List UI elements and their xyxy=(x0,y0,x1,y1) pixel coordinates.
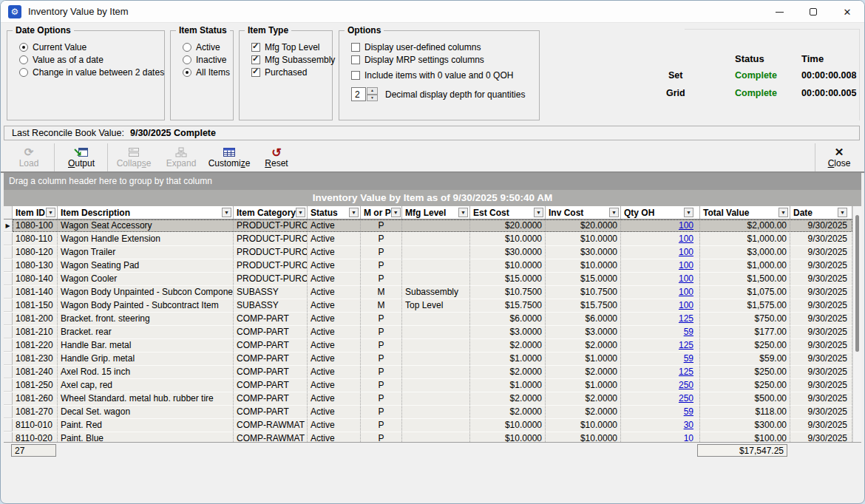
qty-oh-link[interactable]: 250 xyxy=(679,380,693,390)
qty-oh-link[interactable]: 125 xyxy=(679,340,693,350)
column-header-mfg[interactable]: Mfg Level▼ xyxy=(402,206,470,219)
qty-oh-link[interactable]: 125 xyxy=(679,367,693,377)
spin-up-button[interactable]: ▲ xyxy=(367,87,378,95)
column-header-status[interactable]: Status▼ xyxy=(308,206,361,219)
group-by-bar[interactable]: Drag a column header here to group by th… xyxy=(4,173,861,190)
checkbox-mfg-top-level[interactable]: ✓ Mfg Top Level xyxy=(251,41,332,52)
qty-oh-link[interactable]: 250 xyxy=(679,393,693,403)
table-row[interactable]: 1081-250Axel cap, redCOMP-PARTActiveP$1.… xyxy=(4,379,852,392)
qty-oh-link[interactable]: 100 xyxy=(679,300,693,310)
radio-current-value[interactable]: Current Value xyxy=(19,41,164,52)
group-title: Item Status xyxy=(176,25,230,35)
checkbox-include-zero-items[interactable]: Include items with 0 value and 0 QOH xyxy=(351,69,539,81)
cell-mfg xyxy=(402,419,470,432)
qty-oh-link[interactable]: 59 xyxy=(684,353,693,364)
column-filter-dropdown-icon[interactable]: ▼ xyxy=(296,208,305,217)
load-button[interactable]: ⟳ Load xyxy=(7,144,51,171)
qty-oh-link[interactable]: 59 xyxy=(684,327,693,337)
column-header-mp[interactable]: M or P▼ xyxy=(361,206,402,219)
checkbox-user-defined-columns[interactable]: Display user-defined columns xyxy=(351,41,539,52)
group-title: Options xyxy=(345,25,384,35)
decimal-depth-input[interactable]: 2 xyxy=(351,87,366,101)
qty-oh-link[interactable]: 10 xyxy=(684,433,693,442)
spin-down-button[interactable]: ▼ xyxy=(367,95,378,102)
output-button[interactable]: Output xyxy=(58,144,104,171)
row-indicator xyxy=(4,246,13,259)
qty-oh-link[interactable]: 100 xyxy=(679,260,693,270)
qty-oh-link[interactable]: 100 xyxy=(679,220,693,231)
close-button[interactable]: ✕ Close xyxy=(818,144,860,171)
column-filter-dropdown-icon[interactable]: ▼ xyxy=(684,208,693,217)
column-filter-dropdown-icon[interactable]: ▼ xyxy=(222,208,231,217)
column-filter-dropdown-icon[interactable]: ▼ xyxy=(778,208,788,217)
qty-oh-link[interactable]: 100 xyxy=(679,287,693,297)
customize-button[interactable]: Customize xyxy=(206,144,253,171)
radio-all-items[interactable]: All Items xyxy=(183,67,233,78)
grid-title: Inventory Value by Item as of 9/30/2025 … xyxy=(4,190,861,206)
qty-oh-link[interactable]: 30 xyxy=(684,420,693,430)
table-row[interactable]: 1080-130Wagon Seating PadPRODUCT-PURCHAc… xyxy=(4,259,852,273)
radio-inactive[interactable]: Inactive xyxy=(183,54,233,65)
cell-inv: $10.0000 xyxy=(546,432,621,442)
qty-oh-link[interactable]: 100 xyxy=(679,273,693,284)
qty-oh-link[interactable]: 59 xyxy=(684,406,693,417)
column-filter-dropdown-icon[interactable]: ▼ xyxy=(391,208,401,217)
reset-button[interactable]: ↺ Reset xyxy=(256,144,297,171)
table-row[interactable]: ▶1080-100Wagon Seat AccessoryPRODUCT-PUR… xyxy=(4,219,852,233)
table-row[interactable]: 1081-240Axel Rod. 15 inchCOMP-PARTActive… xyxy=(4,366,852,379)
column-header-desc[interactable]: Item Description▼ xyxy=(58,206,234,219)
cell-cat: SUBASSY xyxy=(234,286,308,299)
cell-total: $250.00 xyxy=(700,339,790,352)
vertical-scrollbar[interactable] xyxy=(852,206,861,442)
table-row[interactable]: 1081-260Wheel Standard. metal hub. rubbe… xyxy=(4,392,852,406)
radio-value-as-of-date[interactable]: Value as of a date xyxy=(19,54,164,65)
column-filter-dropdown-icon[interactable]: ▼ xyxy=(534,208,543,217)
qty-oh-link[interactable]: 100 xyxy=(679,247,693,257)
column-filter-dropdown-icon[interactable]: ▼ xyxy=(609,208,619,217)
current-row-marker: ▶ xyxy=(4,219,13,232)
checkbox-mrp-settings-columns[interactable]: Display MRP settings columns xyxy=(351,54,539,65)
qty-oh-link[interactable]: 125 xyxy=(679,313,693,324)
column-header-inv[interactable]: Inv Cost▼ xyxy=(546,206,621,219)
close-window-button[interactable]: ✕ xyxy=(830,1,864,23)
column-filter-dropdown-icon[interactable]: ▼ xyxy=(349,208,359,217)
table-row[interactable]: 1081-150Wagon Body Painted - Subcontract… xyxy=(4,299,852,313)
cell-est: $2.0000 xyxy=(470,339,546,352)
radio-label: Current Value xyxy=(33,42,86,52)
table-row[interactable]: 1081-210Bracket. rearCOMP-PARTActiveP$3.… xyxy=(4,326,852,339)
cell-mfg xyxy=(402,339,470,352)
table-row[interactable]: 1081-140Wagon Body Unpainted - Subcon Co… xyxy=(4,286,852,299)
column-header-total[interactable]: Total Value▼ xyxy=(700,206,790,219)
cell-total: $250.00 xyxy=(700,366,790,378)
minimize-button[interactable] xyxy=(762,1,796,23)
expand-button[interactable]: Expand xyxy=(158,144,204,171)
column-filter-dropdown-icon[interactable]: ▼ xyxy=(838,208,847,217)
radio-change-between-dates[interactable]: Change in value between 2 dates xyxy=(19,67,164,78)
table-row[interactable]: 1081-230Handle Grip. metalCOMP-PARTActiv… xyxy=(4,353,852,366)
collapse-button[interactable]: Collapse xyxy=(111,144,157,171)
radio-icon xyxy=(183,43,191,52)
column-filter-dropdown-icon[interactable]: ▼ xyxy=(458,208,468,217)
table-row[interactable]: 1080-140Wagon CoolerPRODUCT-PURCHActiveP… xyxy=(4,273,852,286)
row-indicator xyxy=(4,392,13,405)
table-row[interactable]: 1080-110Wagon Handle ExtensionPRODUCT-PU… xyxy=(4,233,852,246)
checkbox-purchased[interactable]: ✓ Purchased xyxy=(251,67,332,78)
table-row[interactable]: 1080-120Wagon TrailerPRODUCT-PURCHActive… xyxy=(4,246,852,259)
column-header-qty[interactable]: Qty OH▼ xyxy=(621,206,700,219)
table-row[interactable]: 1081-270Decal Set. wagonCOMP-PARTActiveP… xyxy=(4,406,852,419)
table-row[interactable]: 8110-020Paint. BlueCOMP-RAWMATActiveP$10… xyxy=(4,432,852,442)
column-filter-dropdown-icon[interactable]: ▼ xyxy=(46,208,55,217)
scrollbar-thumb[interactable] xyxy=(855,215,859,352)
column-header-date[interactable]: Date▼ xyxy=(790,206,852,219)
radio-active[interactable]: Active xyxy=(183,41,233,52)
maximize-button[interactable] xyxy=(796,1,830,23)
column-header-item_id[interactable]: Item ID▼ xyxy=(13,206,58,219)
table-row[interactable]: 8110-010Paint. RedCOMP-RAWMATActiveP$10.… xyxy=(4,419,852,432)
table-row[interactable]: 1081-200Bracket. front. steeringCOMP-PAR… xyxy=(4,313,852,326)
qty-oh-link[interactable]: 100 xyxy=(679,234,693,244)
column-header-est[interactable]: Est Cost▼ xyxy=(470,206,546,219)
row-indicator xyxy=(4,326,13,338)
table-row[interactable]: 1081-220Handle Bar. metalCOMP-PARTActive… xyxy=(4,339,852,353)
checkbox-mfg-subassembly[interactable]: ✓ Mfg Subassembly xyxy=(251,54,332,65)
column-header-cat[interactable]: Item Category▼ xyxy=(234,206,308,219)
